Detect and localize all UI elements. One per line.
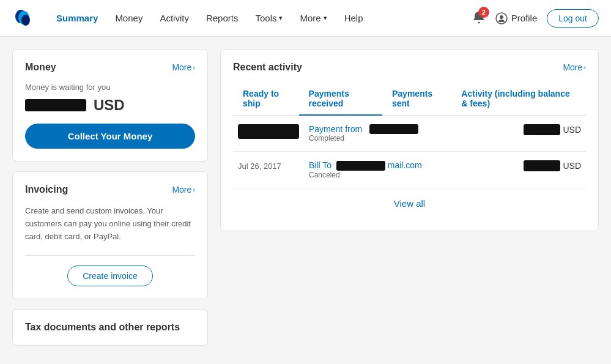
money-more-link[interactable]: More › <box>172 62 195 72</box>
payment-from-text: Payment from <box>309 124 362 134</box>
transaction-amount-cell: USD <box>486 116 586 152</box>
main-content: Money More › Money is waiting for you US… <box>0 37 611 358</box>
currency-label: USD <box>94 97 125 114</box>
profile-label: Profile <box>511 13 538 23</box>
chevron-right-icon: › <box>193 186 195 193</box>
tax-card-title: Tax documents and other reports <box>25 322 180 332</box>
navbar: Summary Money Activity Reports Tools ▾ M… <box>0 0 611 37</box>
bill-to-text: Bill To <box>309 160 331 170</box>
transaction-date-cell: Jul 26, 2017 <box>233 152 304 188</box>
currency-label: USD <box>563 125 581 135</box>
table-row: Jul 26, 2017 Bill To mail.com Canceled <box>233 152 586 188</box>
svg-point-2 <box>21 15 30 26</box>
profile-link[interactable]: Profile <box>495 12 538 24</box>
tax-documents-card: Tax documents and other reports <box>12 309 208 346</box>
transaction-status: Completed <box>309 134 481 143</box>
transaction-status: Canceled <box>309 171 481 179</box>
divider <box>25 255 195 256</box>
svg-point-3 <box>478 22 480 23</box>
transaction-icon-cell <box>233 116 304 152</box>
notification-badge: 2 <box>478 7 489 18</box>
activity-more-link[interactable]: More › <box>563 62 586 72</box>
nav-tools[interactable]: Tools ▾ <box>248 8 290 28</box>
chevron-down-icon: ▾ <box>279 14 283 22</box>
nav-money[interactable]: Money <box>108 8 150 28</box>
view-all-link[interactable]: View all <box>394 198 425 209</box>
logout-button[interactable]: Log out <box>547 9 599 28</box>
currency-label: USD <box>563 161 581 171</box>
amount-row: USD <box>25 97 195 114</box>
money-card: Money More › Money is waiting for you US… <box>12 49 208 162</box>
invoicing-description: Create and send custom invoices. Your cu… <box>25 205 195 243</box>
transaction-icon-redacted <box>238 124 299 139</box>
activity-tabs: Ready to ship Payments received Payments… <box>233 83 586 116</box>
recipient-name-redacted <box>336 161 385 171</box>
tab-ready-to-ship[interactable]: Ready to ship <box>233 83 299 116</box>
invoicing-more-link[interactable]: More › <box>172 185 195 195</box>
nav-right: 2 Profile Log out <box>472 9 599 28</box>
email-domain: mail.com <box>388 160 422 170</box>
sender-name-redacted <box>369 124 418 134</box>
invoicing-card: Invoicing More › Create and send custom … <box>12 171 208 299</box>
payment-from-link[interactable]: Payment from <box>309 124 481 134</box>
nav-summary[interactable]: Summary <box>49 8 105 28</box>
invoicing-card-header: Invoicing More › <box>25 184 195 195</box>
activity-table: Payment from Completed USD <box>233 116 586 188</box>
transaction-amount-cell: USD <box>486 152 586 188</box>
view-all-section: View all <box>233 188 586 218</box>
chevron-right-icon: › <box>193 64 195 71</box>
table-row: Payment from Completed USD <box>233 116 586 152</box>
money-card-title: Money <box>25 62 56 73</box>
left-column: Money More › Money is waiting for you US… <box>12 49 208 346</box>
nav-activity[interactable]: Activity <box>152 8 196 28</box>
transaction-description-cell: Bill To mail.com Canceled <box>304 152 486 188</box>
bill-to-link[interactable]: Bill To mail.com <box>309 160 422 170</box>
recent-activity-card: Recent activity More › Ready to ship Pay… <box>220 49 599 231</box>
right-column: Recent activity More › Ready to ship Pay… <box>220 49 599 346</box>
activity-title: Recent activity <box>233 62 302 73</box>
svg-point-5 <box>500 15 503 19</box>
transaction-description-cell: Payment from Completed <box>304 116 486 152</box>
money-waiting-text: Money is waiting for you <box>25 83 195 92</box>
amount-redacted <box>25 99 86 111</box>
nav-more[interactable]: More ▾ <box>292 8 334 28</box>
amount-redacted <box>524 124 560 135</box>
tab-payments-received[interactable]: Payments received <box>299 83 382 116</box>
chevron-down-icon: ▾ <box>324 14 327 22</box>
amount-redacted <box>524 160 560 171</box>
money-card-header: Money More › <box>25 62 195 73</box>
nav-reports[interactable]: Reports <box>199 8 246 28</box>
invoicing-card-title: Invoicing <box>25 184 68 195</box>
tab-activity-balance[interactable]: Activity (including balance & fees) <box>451 83 586 116</box>
nav-help[interactable]: Help <box>337 8 371 28</box>
nav-links: Summary Money Activity Reports Tools ▾ M… <box>49 8 472 28</box>
notification-bell[interactable]: 2 <box>472 10 486 26</box>
collect-money-button[interactable]: Collect Your Money <box>25 124 195 149</box>
create-invoice-button[interactable]: Create invoice <box>67 266 153 286</box>
paypal-logo[interactable] <box>12 7 34 29</box>
chevron-right-icon: › <box>583 64 586 71</box>
activity-header: Recent activity More › <box>233 62 586 73</box>
tab-payments-sent[interactable]: Payments sent <box>382 83 451 116</box>
